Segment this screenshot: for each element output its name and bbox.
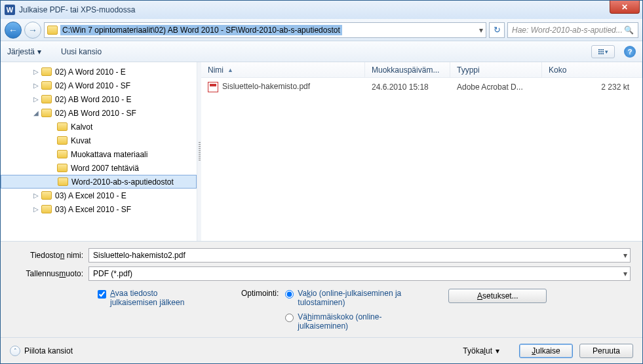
optimize-standard-input[interactable] — [285, 290, 294, 299]
form-area: Tiedoston nimi: Sisluettelo-hakemisto2.p… — [1, 241, 642, 337]
toolbar: Järjestä ▾ Uusi kansio ▾ ? — [1, 41, 642, 62]
folder-icon — [57, 150, 68, 158]
help-button[interactable]: ? — [624, 46, 636, 58]
folder-icon — [41, 191, 52, 200]
folder-icon — [57, 164, 68, 172]
open-after-input[interactable] — [98, 290, 106, 299]
nav-bar: ← → C:\Win 7 opintomateriaalit\02) AB Wo… — [1, 19, 642, 41]
expander-icon[interactable]: ▷ — [33, 68, 41, 75]
expander-icon[interactable]: ▷ — [33, 82, 41, 89]
tree-item-label: 03) A Excel 2010 - E — [55, 191, 127, 200]
view-icon — [598, 49, 604, 54]
dialog-window: W Julkaise PDF- tai XPS-muodossa ✕ ← → C… — [0, 0, 643, 364]
chevron-down-icon[interactable]: ▾ — [623, 269, 627, 278]
address-path: C:\Win 7 opintomateriaalit\02) AB Word 2… — [60, 25, 342, 35]
chevron-down-icon: ▾ — [605, 48, 608, 55]
window-title: Julkaise PDF- tai XPS-muodossa — [19, 5, 135, 14]
expander-icon[interactable]: ▷ — [33, 192, 41, 199]
chevron-up-icon: ˄ — [10, 346, 20, 356]
hide-folders-label: Piilota kansiot — [24, 346, 73, 355]
saveastype-label: Tallennusmuoto: — [12, 269, 83, 278]
tree-item[interactable]: ▷03) A Excel 2010 - SF — [1, 202, 197, 216]
footer: ˄ Piilota kansiot Työkalut ▾ Julkaise Pe… — [1, 337, 642, 363]
optimize-standard-radio[interactable]: Vakio (online-julkaiseminen ja tulostami… — [285, 289, 409, 307]
folder-icon — [47, 26, 58, 35]
saveastype-input[interactable]: PDF (*.pdf) ▾ — [88, 266, 631, 281]
tree-item[interactable]: Word-2010-ab-s-aputiedostot — [1, 175, 197, 189]
hide-folders-button[interactable]: ˄ Piilota kansiot — [10, 346, 73, 356]
back-button[interactable]: ← — [5, 22, 22, 39]
folder-icon — [57, 122, 68, 131]
folder-icon — [41, 67, 52, 76]
publish-button[interactable]: Julkaise — [519, 344, 573, 358]
tree-item-label: 02) A Word 2010 - SF — [55, 81, 130, 90]
tools-button[interactable]: Työkalut ▾ — [463, 346, 499, 355]
optimize-label: Optimointi: — [241, 289, 279, 298]
word-app-icon: W — [5, 5, 15, 15]
column-name-label: Nimi — [208, 65, 224, 75]
tree-item-label: Kuvat — [71, 136, 91, 145]
folder-icon — [41, 109, 52, 117]
optimize-minimum-radio[interactable]: Vähimmäiskoko (online-julkaiseminen) — [285, 312, 409, 331]
tree-item[interactable]: Muokattava materiaali — [1, 147, 197, 161]
close-button[interactable]: ✕ — [610, 1, 640, 14]
title-bar: W Julkaise PDF- tai XPS-muodossa ✕ — [1, 1, 642, 19]
forward-button[interactable]: → — [24, 22, 41, 39]
tree-item[interactable]: Word 2007 tehtäviä — [1, 161, 197, 175]
tree-item[interactable]: ▷03) A Excel 2010 - E — [1, 189, 197, 202]
tree-item[interactable]: Kuvat — [1, 134, 197, 147]
options-row: Avaa tiedosto julkaisemisen jälkeen Opti… — [12, 285, 631, 331]
tree-item[interactable]: Kalvot — [1, 120, 197, 134]
search-placeholder: Hae: Word-2010-ab-s-aputied... — [512, 26, 623, 35]
tree-item-label: 03) A Excel 2010 - SF — [55, 205, 131, 214]
tree-item[interactable]: ◢02) AB Word 2010 - SF — [1, 106, 197, 120]
tree-item-label: 02) AB Word 2010 - E — [55, 95, 132, 104]
tree-item[interactable]: ▷02) A Word 2010 - SF — [1, 79, 197, 92]
saveastype-value: PDF (*.pdf) — [93, 269, 132, 278]
new-folder-button[interactable]: Uusi kansio — [61, 47, 102, 56]
address-dropdown-icon[interactable]: ▾ — [479, 26, 483, 35]
file-modified: 24.6.2010 15:18 — [365, 82, 450, 92]
folder-icon — [41, 81, 52, 90]
tree-item-label: Word 2007 tehtäviä — [71, 164, 139, 173]
tree-item-label: Muokattava materiaali — [71, 150, 147, 159]
tree-item-label: Kalvot — [71, 122, 92, 132]
column-headers: Nimi ▲ Muokkauspäiväm... Tyyppi Koko — [201, 62, 642, 78]
filename-value: Sisluettelo-hakemisto2.pdf — [93, 251, 185, 260]
file-type: Adobe Acrobat D... — [450, 82, 542, 92]
search-input[interactable]: Hae: Word-2010-ab-s-aputied... 🔍 — [507, 22, 638, 38]
open-after-checkbox[interactable]: Avaa tiedosto julkaisemisen jälkeen — [98, 289, 202, 307]
expander-icon[interactable]: ▷ — [33, 206, 41, 213]
address-bar[interactable]: C:\Win 7 opintomateriaalit\02) AB Word 2… — [44, 22, 486, 38]
filename-label: Tiedoston nimi: — [12, 251, 83, 260]
expander-icon[interactable]: ▷ — [33, 96, 41, 103]
column-size[interactable]: Koko — [542, 62, 642, 77]
folder-tree[interactable]: ▷02) A Word 2010 - E▷02) A Word 2010 - S… — [1, 62, 197, 241]
folder-icon — [57, 136, 68, 145]
view-mode-button[interactable]: ▾ — [591, 45, 615, 58]
tree-item-label: 02) A Word 2010 - E — [55, 67, 126, 77]
filename-input[interactable]: Sisluettelo-hakemisto2.pdf ▾ — [88, 248, 631, 263]
tree-item-label: 02) AB Word 2010 - SF — [55, 109, 136, 118]
chevron-down-icon: ▾ — [496, 346, 499, 355]
body-split: ▷02) A Word 2010 - E▷02) A Word 2010 - S… — [1, 62, 642, 241]
organize-button[interactable]: Järjestä ▾ — [7, 47, 41, 56]
options-button[interactable]: Asetukset... — [448, 289, 547, 303]
tree-item[interactable]: ▷02) AB Word 2010 - E — [1, 92, 197, 106]
file-list: Nimi ▲ Muokkauspäiväm... Tyyppi Koko Sis… — [201, 62, 642, 241]
expander-icon[interactable]: ◢ — [33, 109, 41, 117]
file-row[interactable]: Sisluettelo-hakemisto.pdf24.6.2010 15:18… — [201, 78, 642, 96]
refresh-button[interactable]: ↻ — [489, 22, 505, 38]
cancel-button[interactable]: Peruuta — [579, 344, 633, 358]
splitter-grip-icon — [199, 142, 201, 162]
column-modified[interactable]: Muokkauspäiväm... — [365, 62, 450, 77]
column-type[interactable]: Tyyppi — [450, 62, 542, 77]
file-name: Sisluettelo-hakemisto.pdf — [222, 82, 310, 91]
tree-item-label: Word-2010-ab-s-aputiedostot — [71, 177, 174, 187]
optimize-minimum-input[interactable] — [285, 314, 294, 322]
organize-label: Järjestä — [7, 47, 35, 56]
tree-item[interactable]: ▷02) A Word 2010 - E — [1, 65, 197, 79]
column-name[interactable]: Nimi ▲ — [201, 62, 365, 77]
chevron-down-icon[interactable]: ▾ — [623, 251, 627, 260]
folder-icon — [41, 95, 52, 103]
